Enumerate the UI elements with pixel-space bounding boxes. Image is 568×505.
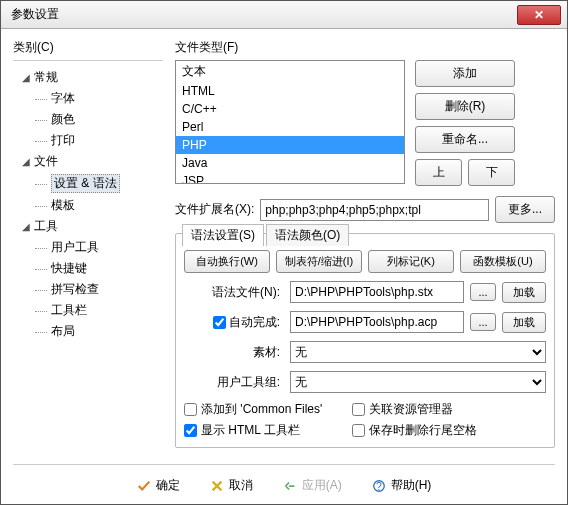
dialog-footer: 确定 取消 应用(A) ? 帮助(H) [13,464,555,496]
cancel-button[interactable]: 取消 [204,475,259,496]
collapse-icon: ◢ [21,156,31,167]
categories-tree[interactable]: ◢常规 字体 颜色 打印 ◢文件 设置 & 语法 模板 ◢工具 用户工具 快捷键… [13,60,163,456]
list-item[interactable]: JSP [176,172,404,184]
assoc-explorer-check[interactable]: 关联资源管理器 [352,401,502,418]
list-item[interactable]: Java [176,154,404,172]
column-marker-button[interactable]: 列标记(K) [368,250,454,273]
list-item[interactable]: 文本 [176,61,404,82]
x-icon [210,479,224,493]
autocomplete-input[interactable] [290,311,464,333]
extensions-input[interactable] [260,199,489,221]
list-item[interactable]: HTML [176,82,404,100]
more-button[interactable]: 更多... [495,196,555,223]
browse-syntax-button[interactable]: ... [470,283,496,301]
tree-item-settings-syntax[interactable]: 设置 & 语法 [13,172,163,195]
filetypes-label: 文件类型(F) [175,39,555,56]
list-item[interactable]: C/C++ [176,100,404,118]
material-label: 素材: [184,344,284,361]
help-button[interactable]: ? 帮助(H) [366,475,438,496]
add-button[interactable]: 添加 [415,60,515,87]
tree-item[interactable]: 字体 [13,88,163,109]
syntax-file-label: 语法文件(N): [184,284,284,301]
autocomplete-label: 自动完成: [229,314,280,331]
wordwrap-button[interactable]: 自动换行(W) [184,250,270,273]
close-icon: ✕ [534,8,544,22]
tab-syntax-settings[interactable]: 语法设置(S) [182,224,264,246]
apply-icon [283,479,297,493]
tab-syntax-color[interactable]: 语法颜色(O) [266,224,349,246]
load-syntax-button[interactable]: 加载 [502,282,546,303]
autocomplete-checkbox[interactable] [213,316,226,329]
toolgroup-combo[interactable]: 无 [290,371,546,393]
tree-item[interactable]: 拼写检查 [13,279,163,300]
check-icon [137,479,151,493]
material-combo[interactable]: 无 [290,341,546,363]
tree-group[interactable]: ◢文件 [13,151,163,172]
apply-button[interactable]: 应用(A) [277,475,348,496]
extensions-label: 文件扩展名(X): [175,201,254,218]
svg-text:?: ? [376,479,382,491]
filetypes-listbox[interactable]: 文本 HTML C/C++ Perl PHP Java JSP [175,60,405,184]
titlebar: 参数设置 ✕ [1,1,567,29]
close-button[interactable]: ✕ [517,5,561,25]
help-icon: ? [372,479,386,493]
browse-autocomplete-button[interactable]: ... [470,313,496,331]
delete-button[interactable]: 删除(R) [415,93,515,120]
tree-group[interactable]: ◢常规 [13,67,163,88]
trim-trailing-check[interactable]: 保存时删除行尾空格 [352,422,502,439]
move-down-button[interactable]: 下 [468,159,515,186]
ok-button[interactable]: 确定 [131,475,186,496]
move-up-button[interactable]: 上 [415,159,462,186]
tree-item[interactable]: 模板 [13,195,163,216]
func-template-button[interactable]: 函数模板(U) [460,250,546,273]
collapse-icon: ◢ [21,221,31,232]
tree-item[interactable]: 打印 [13,130,163,151]
tree-item[interactable]: 布局 [13,321,163,342]
list-item[interactable]: Perl [176,118,404,136]
show-html-toolbar-check[interactable]: 显示 HTML 工具栏 [184,422,334,439]
tree-item[interactable]: 颜色 [13,109,163,130]
categories-label: 类别(C) [13,39,163,56]
load-autocomplete-button[interactable]: 加载 [502,312,546,333]
collapse-icon: ◢ [21,72,31,83]
tree-item[interactable]: 用户工具 [13,237,163,258]
tree-item[interactable]: 快捷键 [13,258,163,279]
add-common-check[interactable]: 添加到 'Common Files' [184,401,334,418]
window-title: 参数设置 [7,6,59,23]
tab-indent-button[interactable]: 制表符/缩进(I) [276,250,362,273]
tree-group[interactable]: ◢工具 [13,216,163,237]
rename-button[interactable]: 重命名... [415,126,515,153]
tree-item[interactable]: 工具栏 [13,300,163,321]
list-item-selected[interactable]: PHP [176,136,404,154]
syntax-file-input[interactable] [290,281,464,303]
toolgroup-label: 用户工具组: [184,374,284,391]
